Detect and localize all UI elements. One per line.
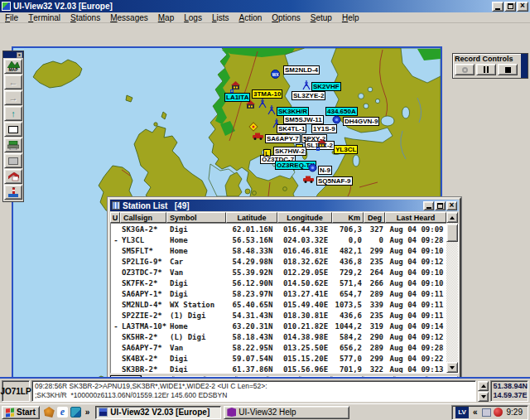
quick-launch-icon-1[interactable] — [44, 407, 55, 418]
station-label[interactable]: DH4GVN-9 — [343, 117, 379, 126]
menu-terminal[interactable]: Terminal — [23, 12, 65, 23]
terminal-button[interactable] — [4, 138, 22, 152]
quick-launch-overflow-icon[interactable]: » — [84, 408, 92, 417]
station-label[interactable]: YL3CL — [334, 145, 358, 154]
cell-lon: 018.30.81E — [278, 311, 333, 320]
menu-lists[interactable]: Lists — [207, 12, 234, 23]
table-row[interactable]: SP2ZIE-2*(1) Digi54.31.43N018.30.81E436,… — [111, 310, 446, 321]
quick-launch-icon-3[interactable] — [70, 407, 81, 418]
start-button[interactable]: Start — [2, 406, 40, 419]
station-label[interactable]: SQ5NAF-9 — [316, 176, 353, 186]
zoom-out-button[interactable]: ↑ — [4, 106, 22, 121]
column-header-last-heard[interactable]: Last Heard — [385, 212, 446, 223]
tray-chevron-icon[interactable]: « — [471, 408, 479, 417]
grid-button[interactable] — [4, 153, 22, 168]
cell-callsign: OZ3TDC-7* — [121, 268, 167, 277]
station-label[interactable]: SK3KH/R — [277, 107, 309, 116]
station-list-titlebar[interactable]: Station List [49] × — [110, 200, 459, 211]
monitor-scroll-down-icon[interactable] — [478, 392, 489, 402]
internet-explorer-icon[interactable]: e — [57, 407, 68, 418]
column-header-latitude[interactable]: Latitude — [226, 212, 277, 223]
beacon-button[interactable] — [4, 185, 22, 200]
menu-setup[interactable]: Setup — [306, 12, 337, 23]
cell-callsign: YL3CL — [121, 236, 167, 244]
station-label[interactable]: N-9 — [318, 166, 332, 175]
table-row[interactable]: SK4BX-2*Digi59.07.54N015.15.20E577,0299A… — [111, 353, 446, 364]
record-controls-titlebar[interactable] — [521, 54, 528, 78]
monitor-scroll-up-icon[interactable] — [478, 381, 489, 391]
stop-button[interactable] — [498, 64, 518, 75]
map-toolbar-titlebar[interactable]: x — [3, 51, 23, 58]
task-button-uiview[interactable]: UI-View32 V2.03 [Europe] — [95, 406, 221, 419]
column-header-symbol[interactable]: Symbol — [166, 212, 226, 223]
table-row[interactable]: SK7FK-2*Digi56.12.90N014.50.62E571,4266A… — [111, 278, 446, 288]
menu-action[interactable]: Action — [234, 12, 267, 23]
scroll-thumb[interactable] — [446, 224, 458, 242]
table-row[interactable]: -LA3TMA-10*Home63.20.31N010.21.82E1044,2… — [111, 321, 446, 331]
task-button-help[interactable]: UI-View32 Help — [224, 406, 349, 419]
column-header-km[interactable]: Km — [332, 212, 364, 223]
map-select-button[interactable]: MAP — [4, 59, 22, 74]
ui-view32-app: UI-View32 V2.03 [Europe] × FileTerminalS… — [0, 0, 530, 420]
minimize-button[interactable] — [492, 2, 504, 12]
toolbar-close-icon[interactable]: x — [17, 52, 22, 58]
table-row[interactable]: OZ3TDC-7*Van55.39.92N012.29.05E729,2264A… — [111, 267, 446, 278]
menu-options[interactable]: Options — [267, 12, 305, 23]
table-row[interactable]: SM2NLD-4*WX Station65.40.65N015.49.40E10… — [111, 299, 446, 310]
station-label[interactable]: SK7HW-2 — [273, 147, 306, 156]
station-symbol[interactable] — [316, 139, 320, 154]
scroll-up-icon[interactable] — [446, 212, 458, 223]
station-label[interactable]: SM5SJW-11 — [283, 115, 324, 124]
table-row[interactable]: SK3GA-2*Digi62.01.16N016.44.33E706,3327A… — [111, 224, 446, 234]
forward-button[interactable]: → — [4, 90, 22, 105]
list-close-button[interactable]: × — [446, 201, 457, 210]
column-header-callsign[interactable]: Callsign — [120, 212, 166, 223]
column-header-u[interactable]: U — [110, 212, 120, 223]
table-row[interactable]: SA6APY-1*Digi58.23.97N013.27.41E654,7289… — [111, 288, 446, 299]
table-row[interactable]: SP2LIG-9*Car54.29.98N018.32.62E436,8235A… — [111, 256, 446, 267]
station-label[interactable]: 3TMA-10 — [252, 89, 282, 99]
cell-km: 656,2 — [333, 344, 364, 352]
restore-button[interactable] — [504, 2, 516, 12]
station-symbol[interactable]: WX — [271, 65, 280, 80]
menu-stations[interactable]: Stations — [65, 12, 105, 23]
scroll-down-icon[interactable] — [446, 362, 458, 373]
station-label[interactable]: 1Y1S-9 — [311, 124, 337, 133]
column-header-deg[interactable]: Deg — [364, 212, 385, 223]
station-label[interactable]: LA1ITA — [224, 93, 250, 102]
station-label[interactable]: 434.650A — [325, 107, 358, 116]
record-button[interactable] — [455, 64, 475, 75]
station-label[interactable]: SK4TL-1 — [277, 124, 306, 133]
table-row[interactable]: SK5HR-2*(L) Digi58.18.43N014.38.98E584,2… — [111, 331, 446, 342]
close-button[interactable]: × — [517, 2, 528, 12]
menu-map[interactable]: Map — [153, 12, 179, 23]
back-button[interactable]: ← — [4, 75, 22, 89]
table-row[interactable]: SA6APY-7*Van58.22.95N013.25.50E656,2289A… — [111, 342, 446, 353]
pause-button[interactable] — [476, 64, 496, 75]
table-row[interactable]: -YL3CLHome56.53.16N024.03.32E0,00Aug 04 … — [111, 234, 446, 245]
menu-file[interactable]: File — [0, 12, 23, 23]
map-toolbar-window: x MAP ← → ↑ — [2, 51, 24, 202]
menu-logs[interactable]: Logs — [179, 12, 207, 23]
menu-help[interactable]: Help — [337, 12, 364, 23]
language-indicator[interactable]: LV — [455, 407, 469, 418]
cell-km: 482,1 — [333, 247, 364, 255]
tray-monitor-icon[interactable] — [482, 408, 491, 417]
list-maximize-button[interactable] — [435, 201, 446, 210]
tray-antivirus-icon[interactable] — [494, 408, 503, 417]
cell-km: 436,8 — [333, 258, 364, 266]
list-minimize-button[interactable] — [423, 201, 434, 210]
station-label[interactable]: SM2NLD-4 — [283, 65, 320, 75]
station-label[interactable]: SK2VHF — [311, 82, 341, 91]
station-label[interactable]: SL3ZYE-2 — [292, 91, 325, 100]
column-header-longitude[interactable]: Longitude — [277, 212, 332, 223]
table-row[interactable]: SK3BR-2*Digi61.37.86N015.56.96E701,9322A… — [111, 364, 446, 373]
cell-heard: Aug 04 09:22 — [386, 355, 446, 363]
menu-messages[interactable]: Messages — [105, 12, 153, 23]
station-list-scrollbar[interactable] — [446, 212, 458, 373]
cell-callsign: SM5FLT* — [121, 247, 167, 255]
station-symbol[interactable]: L — [263, 144, 271, 159]
labels-toggle-button[interactable] — [4, 169, 22, 184]
table-row[interactable]: SM5FLT*Home58.48.33N016.46.81E482,1299Au… — [111, 245, 446, 256]
whole-map-button[interactable] — [4, 122, 22, 137]
